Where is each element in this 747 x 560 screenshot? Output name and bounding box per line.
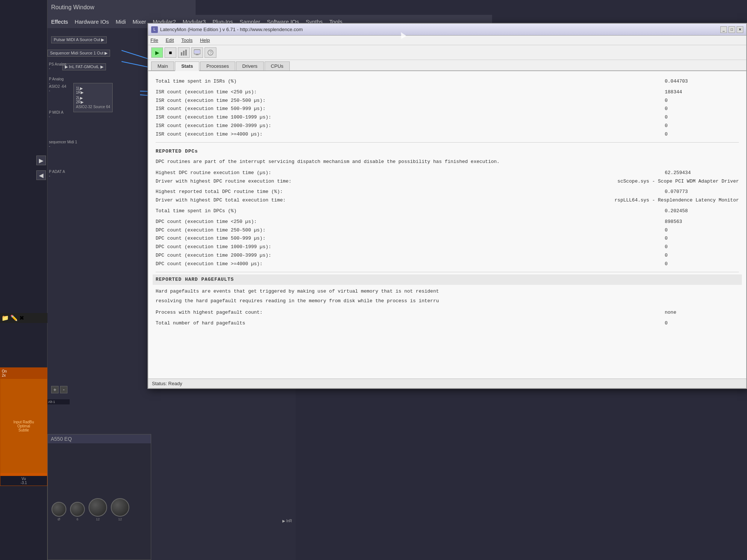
isr-count-row-1: ISR count (execution time 250-500 µs): 0: [156, 97, 739, 105]
highest-dpc-total-label: Highest reported total DPC routine time …: [156, 188, 283, 196]
pagefault-details-block: Process with highest pagefault count: no…: [156, 309, 739, 327]
stop-button[interactable]: ■: [165, 47, 176, 58]
menu-mixer[interactable]: Mixer: [133, 19, 146, 25]
dpc-count-label-5: DPC count (execution time >=4000 µs):: [156, 260, 263, 268]
menu-help[interactable]: Help: [200, 37, 210, 43]
dpc-count-row-0: DPC count (execution time <250 µs): 8985…: [156, 218, 739, 226]
menu-midi[interactable]: Midi: [116, 19, 126, 25]
add-button[interactable]: +: [51, 386, 59, 393]
total-isr-label: Total time spent in ISRs (%): [156, 78, 236, 86]
node-pulsar-midi: Pulsar MIDI A Source Out ▶: [51, 36, 107, 43]
hard-pagefaults-desc1: Hard pagefaults are events that get trig…: [156, 288, 739, 295]
dpc-count-label-2: DPC count (execution time 500-999 µs):: [156, 235, 265, 243]
in-label-r: ▶ InR: [282, 519, 292, 523]
tab-processes[interactable]: Processes: [200, 61, 235, 70]
maximize-button[interactable]: □: [728, 26, 735, 33]
menu-file[interactable]: File: [150, 37, 158, 43]
reported-dpcs-header: REPORTED DPCs: [156, 148, 739, 156]
play-button[interactable]: ▶: [151, 47, 163, 58]
dpc-count-value-4: 0: [665, 252, 739, 260]
lm-titlebar: L LatencyMon (Home Edition ) v 6.71 - ht…: [148, 24, 746, 36]
isr-count-row-4: ISR count (execution time 2000-3999 µs):…: [156, 122, 739, 130]
eq-knob-3[interactable]: 12: [89, 498, 107, 521]
lm-window-controls: _ □ ✕: [720, 26, 743, 33]
close-button[interactable]: ✕: [737, 26, 743, 33]
dpc-total-block: Highest reported total DPC routine time …: [156, 188, 739, 204]
isr-count-label-1: ISR count (execution time 250-500 µs):: [156, 97, 265, 105]
highest-dpc-driver-row: Driver with highest DPC routine executio…: [156, 178, 739, 186]
highest-dpc-total-value: 0.070773: [665, 188, 739, 196]
highest-dpc-driver-value: scScope.sys - Scope PCI WDM Adapter Driv…: [617, 178, 739, 186]
eq-knob-4[interactable]: 12: [111, 498, 129, 521]
arrow-right-button[interactable]: ▶: [36, 156, 46, 165]
lm-app-icon: L: [151, 26, 158, 33]
isr-count-value-2: 0: [665, 105, 739, 113]
lm-statusbar: Status: Ready: [148, 379, 746, 388]
isr-count-value-0: 188344: [665, 89, 739, 96]
plugin-label-on: On: [2, 369, 46, 373]
help-icon-button[interactable]: ?: [205, 47, 216, 58]
hard-pagefaults-header: REPORTED HARD PAGEFAULTS: [153, 274, 742, 285]
dpc-count-row-3: DPC count (execution time 1000-1999 µs):…: [156, 243, 739, 251]
label-p-adat-a: P ADAT A-: [47, 169, 66, 179]
dpc-count-label-1: DPC count (execution time 250-500 µs):: [156, 227, 265, 234]
isr-count-row-5: ISR count (execution time >=4000 µs): 0: [156, 131, 739, 139]
isr-count-row-3: ISR count (execution time 1000-1999 µs):…: [156, 114, 739, 121]
routing-window-title: Routing Window: [51, 4, 94, 11]
lm-menubar: File Edit Tools Help: [148, 36, 746, 45]
tab-drivers[interactable]: Drivers: [236, 61, 264, 70]
tab-main[interactable]: Main: [151, 61, 174, 70]
arrow-left-button[interactable]: ◀: [36, 170, 46, 180]
total-isr-value: 0.044703: [665, 78, 739, 86]
isr-counts-block: ISR count (execution time <250 µs): 1883…: [156, 89, 739, 139]
lm-title-text: LatencyMon (Home Edition ) v 6.71 - http…: [160, 27, 718, 32]
plugin-label-2x: 2x: [2, 373, 46, 377]
isr-count-value-5: 0: [665, 131, 739, 139]
total-dpc-row-block: Total time spent in DPCs (%) 0.202458: [156, 207, 739, 215]
highest-dpc-total-driver-label: Driver with highest DPC total execution …: [156, 197, 286, 204]
isr-count-label-4: ISR count (execution time 2000-3999 µs):: [156, 122, 271, 130]
tab-stats[interactable]: Stats: [175, 61, 199, 71]
lm-toolbar: ▶ ■ ?: [148, 45, 746, 60]
icon-2: ✏️: [10, 314, 18, 321]
separator-2: [156, 272, 739, 272]
lm-tabs: Main Stats Processes Drivers CPUs: [148, 60, 746, 71]
eq-knob-1[interactable]: Ø: [52, 502, 66, 521]
dpc-count-row-2: DPC count (execution time 500-999 µs): 0: [156, 235, 739, 243]
minimize-button[interactable]: _: [720, 26, 727, 33]
dpc-count-value-2: 0: [665, 235, 739, 243]
stats-icon-button[interactable]: [178, 47, 190, 58]
total-dpc-value: 0.202458: [665, 207, 739, 215]
plugin-vu: Vu-3.1: [0, 476, 47, 486]
process-highest-pagefault-value: none: [665, 309, 739, 317]
eq-title: A550 EQ: [48, 434, 151, 443]
tab-cpus[interactable]: CPUs: [265, 61, 290, 70]
routing-window-titlebar: Routing Window: [47, 0, 196, 15]
plugin-text: Input RadBuOptimalSubtle: [13, 420, 34, 432]
dpc-count-row-5: DPC count (execution time >=4000 µs): 0: [156, 260, 739, 268]
dpc-count-label-4: DPC count (execution time 2000-3999 µs):: [156, 252, 271, 260]
remove-button[interactable]: -: [60, 386, 67, 393]
highest-dpc-exec-row: Highest DPC routine execution time (µs):…: [156, 169, 739, 177]
menu-effects[interactable]: Effects: [51, 19, 68, 25]
monitor-icon-button[interactable]: [191, 47, 203, 58]
node-asio2-32: 1L▶ 1R▶ 2L▶ 2R▶ ASIO2-32 Source 64: [73, 83, 113, 112]
menu-tools[interactable]: Tools: [181, 37, 192, 43]
dpc-count-row-1: DPC count (execution time 250-500 µs): 0: [156, 227, 739, 234]
lm-content: Total time spent in ISRs (%) 0.044703 IS…: [148, 71, 746, 379]
total-pagefault-row-block: Total number of hard pagefaults 0: [156, 320, 739, 327]
process-highest-pagefault-row: Process with highest pagefault count: no…: [156, 309, 739, 317]
menu-hardware-ios[interactable]: Hardware IOs: [75, 19, 109, 25]
node-sequencer-midi: Sequencer Midi Source 1 Out ▶: [47, 50, 110, 57]
eq-knob-2[interactable]: 6: [70, 502, 85, 521]
plugin-content: Input RadBuOptimalSubtle: [0, 379, 47, 473]
total-isr-row: Total time spent in ISRs (%) 0.044703: [156, 78, 739, 86]
dpc-description: DPC routines are part of the interrupt s…: [156, 158, 739, 166]
dpc-details-block: Highest DPC routine execution time (µs):…: [156, 169, 739, 186]
isr-count-label-5: ISR count (execution time >=4000 µs):: [156, 131, 263, 139]
menu-edit[interactable]: Edit: [166, 37, 174, 43]
dpc-count-value-3: 0: [665, 243, 739, 251]
svg-rect-13: [185, 50, 187, 56]
bottom-icon-row: 📁 ✏️ ✖: [0, 313, 47, 323]
isr-count-value-4: 0: [665, 122, 739, 130]
